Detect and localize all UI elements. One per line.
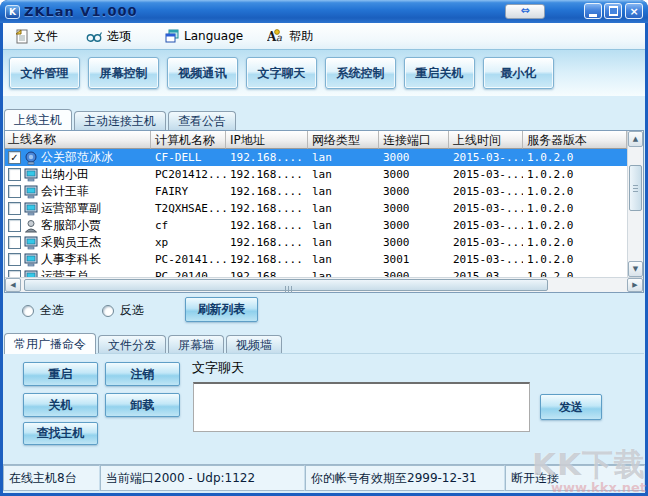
scroll-right-icon[interactable]: ▶ [627, 278, 643, 292]
menu-file[interactable]: 文件 [11, 25, 62, 47]
table-row[interactable]: 会计王菲 FAIRY 192.168.... lan 3000 2015-03-… [5, 183, 627, 200]
menu-file-label: 文件 [34, 28, 58, 45]
horizontal-scrollbar[interactable]: ◀ ▶ [5, 277, 643, 292]
col-computer-name[interactable]: 计算机名称 [151, 131, 226, 149]
tab-broadcast-commands[interactable]: 常用广播命令 [4, 333, 96, 354]
radio-invert-selection[interactable]: 反选 [102, 302, 144, 319]
col-network-type[interactable]: 网络类型 [308, 131, 379, 149]
radio-icon[interactable] [22, 305, 34, 317]
host-time: 2015-03-... [449, 253, 523, 266]
close-button[interactable]: × [625, 3, 643, 19]
double-arrow-button[interactable]: ⇔ [505, 4, 545, 19]
vertical-scrollbar[interactable]: ▲ ▼ [627, 131, 643, 277]
toolbar-minimize-button[interactable]: 最小化 [483, 57, 554, 89]
row-checkbox[interactable] [8, 270, 21, 277]
toolbar-video-comm-button[interactable]: 视频通讯 [167, 57, 238, 89]
refresh-list-button[interactable]: 刷新列表 [185, 297, 258, 322]
shutdown-button[interactable]: 关机 [23, 393, 98, 417]
host-computer: cf [151, 219, 226, 232]
menu-options-label: 选项 [107, 28, 131, 45]
row-checkbox[interactable] [8, 236, 21, 249]
host-net-type: lan [308, 168, 379, 181]
menubar: 文件 选项 Language A a [3, 23, 645, 49]
minimize-button[interactable] [584, 3, 602, 19]
table-row[interactable]: 运营部覃副 T2QXHSAE... 192.168.... lan 3000 2… [5, 200, 627, 217]
host-net-type: lan [308, 219, 379, 232]
col-ip-address[interactable]: IP地址 [226, 131, 308, 149]
host-net-type: lan [308, 185, 379, 198]
selection-controls: 全选 反选 刷新列表 [0, 296, 648, 326]
row-checkbox[interactable] [8, 202, 21, 215]
host-name: 运营部覃副 [41, 200, 101, 217]
menu-options[interactable]: 选项 [82, 25, 135, 47]
tab-screen-wall[interactable]: 屏幕墙 [168, 335, 224, 354]
host-port: 3000 [379, 151, 449, 164]
horizontal-scrollbar-thumb[interactable] [24, 279, 548, 291]
restore-button[interactable] [604, 3, 622, 19]
col-connect-port[interactable]: 连接端口 [379, 131, 449, 149]
host-time: 2015-03-... [449, 236, 523, 249]
toolbar-text-chat-button[interactable]: 文字聊天 [246, 57, 317, 89]
minimize-icon [589, 14, 597, 17]
tab-file-distribution[interactable]: 文件分发 [98, 335, 166, 354]
scroll-down-icon[interactable]: ▼ [628, 261, 643, 277]
host-port: 3000 [379, 202, 449, 215]
host-ip: 192.168.... [226, 151, 308, 164]
person-icon [23, 219, 39, 233]
webcam-icon [23, 151, 39, 165]
host-name: 客服部小贾 [41, 217, 101, 234]
tab-active-connect-hosts[interactable]: 主动连接主机 [74, 111, 166, 130]
scroll-left-icon[interactable]: ◀ [5, 278, 21, 292]
table-row[interactable]: 出纳小田 PC201412... 192.168.... lan 3000 20… [5, 166, 627, 183]
row-checkbox[interactable] [8, 219, 21, 232]
chat-input[interactable] [193, 382, 530, 432]
table-row[interactable]: 客服部小贾 cf 192.168.... lan 3000 2015-03-..… [5, 217, 627, 234]
tab-online-hosts[interactable]: 上线主机 [4, 109, 72, 130]
row-checkbox[interactable]: ✓ [8, 151, 21, 164]
find-host-button[interactable]: 查找主机 [23, 422, 98, 445]
restart-button[interactable]: 重启 [23, 362, 98, 386]
uninstall-button[interactable]: 卸载 [105, 393, 180, 417]
toolbar-system-control-button[interactable]: 系统控制 [325, 57, 396, 89]
table-row[interactable]: 人事李科长 PC-20141... 192.168.... lan 3001 2… [5, 251, 627, 268]
col-server-version[interactable]: 服务器版本 [523, 131, 627, 149]
font-aa-icon: A a [267, 29, 284, 43]
row-checkbox[interactable] [8, 168, 21, 181]
host-computer: FAIRY [151, 185, 226, 198]
computer-icon [23, 236, 39, 250]
row-checkbox[interactable] [8, 185, 21, 198]
host-ip: 192.168.... [226, 219, 308, 232]
table-header: 上线名称 计算机名称 IP地址 网络类型 连接端口 上线时间 服务器版本 [5, 131, 627, 149]
host-time: 2015-03- [449, 270, 523, 277]
tab-view-announcement[interactable]: 查看公告 [168, 111, 236, 130]
host-ip: 192.168 [226, 270, 308, 277]
col-online-time[interactable]: 上线时间 [449, 131, 523, 149]
computer-icon [23, 253, 39, 267]
radio-icon[interactable] [102, 305, 114, 317]
logout-button[interactable]: 注销 [105, 362, 180, 386]
vertical-scrollbar-thumb[interactable] [629, 165, 642, 211]
host-name: 出纳小田 [41, 166, 89, 183]
tab-video-wall[interactable]: 视频墙 [226, 335, 282, 354]
host-net-type: lan [308, 253, 379, 266]
table-row[interactable]: 运营王总 PC-20140 192.168 lan 3000 2015-03- … [5, 268, 627, 277]
titlebar: K ZKLan V1.000 ⇔ × [0, 0, 648, 23]
toolbar-screen-control-button[interactable]: 屏幕控制 [88, 57, 159, 89]
invert-selection-label: 反选 [120, 302, 144, 319]
menu-language[interactable]: Language [161, 25, 247, 47]
table-row[interactable]: 采购员王杰 xp 192.168.... lan 3000 2015-03-..… [5, 234, 627, 251]
radio-select-all[interactable]: 全选 [22, 302, 64, 319]
col-online-name[interactable]: 上线名称 [5, 131, 151, 149]
scroll-up-icon[interactable]: ▲ [628, 131, 643, 147]
table-row[interactable]: ✓ 公关部范冰冰 CF-DELL 192.168.... lan 3000 20… [5, 149, 627, 166]
toolbar-restart-shutdown-button[interactable]: 重启关机 [404, 57, 475, 89]
send-button[interactable]: 发送 [540, 394, 602, 420]
host-net-type: lan [308, 270, 379, 277]
host-name: 采购员王杰 [41, 234, 101, 251]
menu-help[interactable]: A a 帮助 [263, 25, 317, 47]
toolbar-file-manage-button[interactable]: 文件管理 [9, 57, 80, 89]
host-time: 2015-03-... [449, 151, 523, 164]
glasses-icon [86, 30, 102, 43]
row-checkbox[interactable] [8, 253, 21, 266]
toolbar: 文件管理 屏幕控制 视频通讯 文字聊天 系统控制 重启关机 最小化 [3, 49, 645, 96]
